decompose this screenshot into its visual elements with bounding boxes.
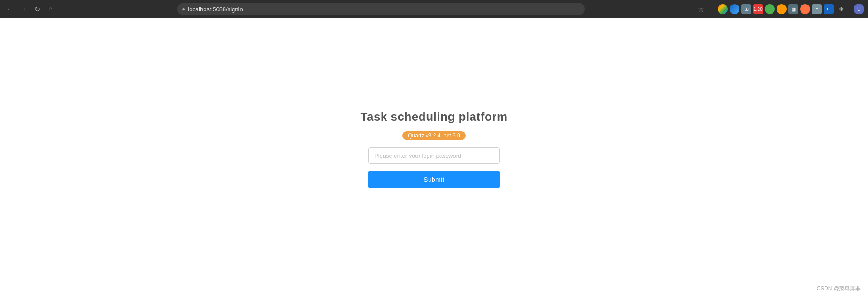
url-text: localhost:5088/signin: [188, 6, 243, 13]
extension-icon-3[interactable]: ⊞: [741, 4, 751, 14]
extension-icon-9[interactable]: ≡: [812, 4, 822, 14]
extension-icon-10[interactable]: Fi: [824, 4, 834, 14]
page-title: Task scheduling platform: [360, 110, 507, 124]
extension-icon-5[interactable]: [765, 4, 775, 14]
lock-icon: ●: [182, 6, 185, 12]
extension-icon-4[interactable]: 1.20: [753, 4, 763, 14]
password-input[interactable]: [368, 147, 500, 164]
bookmark-icon[interactable]: ☆: [698, 5, 704, 14]
nav-left: ← → ↻ ⌂: [4, 3, 57, 15]
page-content: Task scheduling platform Quartz v3.2.4 .…: [0, 18, 868, 298]
login-container: Task scheduling platform Quartz v3.2.4 .…: [360, 110, 507, 188]
address-bar-wrapper: ● localhost:5088/signin ☆: [60, 3, 711, 15]
extension-icon-8[interactable]: [800, 4, 810, 14]
toolbar-right: ⊞ 1.20 ▦ ≡ Fi ❖ U: [718, 3, 864, 15]
browser-chrome: ← → ↻ ⌂ ● localhost:5088/signin ☆ ⊞ 1.20…: [0, 0, 868, 18]
reload-button[interactable]: ↻: [31, 3, 43, 15]
submit-button[interactable]: Submit: [368, 171, 500, 188]
extension-icon-2[interactable]: [730, 4, 739, 14]
profile-avatar[interactable]: U: [854, 4, 864, 14]
back-button[interactable]: ←: [4, 3, 16, 15]
address-bar[interactable]: ● localhost:5088/signin: [177, 3, 585, 15]
forward-button[interactable]: →: [17, 3, 30, 15]
extension-icon-1[interactable]: [718, 4, 728, 14]
extension-icon-6[interactable]: [777, 4, 787, 14]
menu-icon: [849, 8, 852, 10]
watermark: CSDN @菜鸟厚非: [816, 285, 861, 293]
version-badge: Quartz v3.2.4 .net 6.0: [402, 131, 465, 140]
home-button[interactable]: ⌂: [44, 3, 57, 15]
extension-icon-7[interactable]: ▦: [788, 4, 798, 14]
extensions-button[interactable]: ❖: [835, 3, 847, 15]
